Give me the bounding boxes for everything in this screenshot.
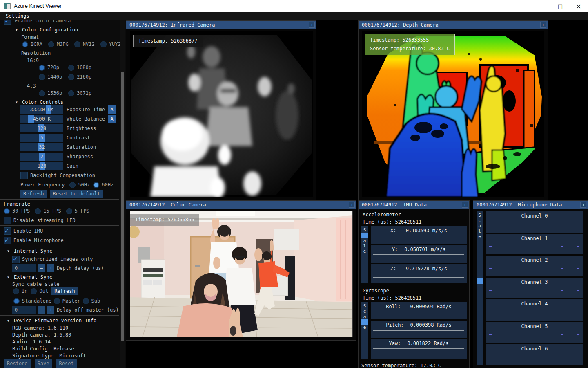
- depth-panel-header[interactable]: 000176714912: Depth Camera: [359, 21, 548, 29]
- expand-icon[interactable]: +: [462, 202, 468, 208]
- delay-minus-button[interactable]: –: [38, 306, 45, 314]
- res-169-row1: 720p 1080p: [39, 63, 97, 72]
- aspect-43-label: 4:3: [27, 82, 36, 90]
- infrared-panel-header[interactable]: 000176714912: Infrared Camera: [126, 21, 316, 29]
- contrast-slider[interactable]: 5: [20, 134, 63, 142]
- radio-out[interactable]: [31, 288, 37, 294]
- radio-15fps[interactable]: [35, 208, 41, 214]
- plot-axis: [373, 312, 464, 312]
- gyro-scale-slider[interactable]: Scale: [361, 302, 368, 359]
- delay-plus-button[interactable]: +: [47, 306, 54, 314]
- firmware-info-header[interactable]: Device Firmware Version Info: [7, 316, 96, 325]
- radio-2160p[interactable]: [68, 74, 74, 80]
- expand-icon[interactable]: +: [309, 22, 315, 28]
- settings-sidebar: Enable Color Camera Color Configuration …: [0, 20, 126, 368]
- backlight-compensation-row[interactable]: Backlight Compensation: [20, 171, 95, 180]
- enable-color-camera-checkbox[interactable]: [4, 20, 11, 25]
- expand-icon[interactable]: +: [580, 202, 586, 208]
- maximize-button[interactable]: □: [551, 0, 570, 12]
- radio-bgra[interactable]: [22, 41, 28, 47]
- close-button[interactable]: ×: [569, 0, 588, 12]
- sharpness-slider-row: 2 Sharpness: [20, 153, 93, 161]
- cable-state-row: In Out Refresh: [13, 287, 78, 295]
- enable-imu-checkbox[interactable]: [4, 227, 11, 235]
- reset-button[interactable]: Reset: [56, 359, 76, 368]
- radio-3072p[interactable]: [68, 90, 74, 96]
- sync-images-only-checkbox[interactable]: [12, 256, 20, 263]
- sharpness-slider[interactable]: 2: [20, 153, 63, 161]
- plot-axis: [373, 348, 464, 349]
- plot-axis: [373, 254, 464, 255]
- radio-720p[interactable]: [39, 65, 45, 71]
- channel-4-plot: Channel 4: [486, 299, 583, 321]
- depth-delay-minus-button[interactable]: –: [38, 264, 45, 272]
- divider: [0, 225, 119, 226]
- radio-5fps[interactable]: [66, 208, 72, 214]
- enable-color-camera-row[interactable]: Enable Color Camera: [4, 20, 71, 25]
- radio-mjpg[interactable]: [48, 41, 54, 47]
- white-balance-auto-button[interactable]: A: [108, 115, 116, 123]
- expand-icon[interactable]: +: [540, 22, 546, 28]
- enable-microphone-row[interactable]: Enable Microphone: [4, 236, 64, 245]
- mic-scale-handle[interactable]: [477, 278, 483, 284]
- color-controls-buttons: Refresh Reset to default: [20, 190, 103, 198]
- color-configuration-header[interactable]: Color Configuration: [16, 26, 78, 34]
- accelerometer-time: Time (us): 526428511: [363, 219, 422, 225]
- radio-yuy2[interactable]: [100, 41, 107, 47]
- radio-1080p[interactable]: [68, 65, 74, 71]
- imu-sensor-temp: Sensor temperature: 17.03 C: [361, 363, 441, 368]
- color-feed: Timestamp: 526366866: [130, 211, 353, 337]
- enable-imu-row[interactable]: Enable IMU: [4, 227, 43, 235]
- radio-30fps[interactable]: [4, 208, 10, 214]
- gain-slider[interactable]: 128: [20, 162, 63, 170]
- exposure-slider[interactable]: 33330 us: [20, 105, 63, 114]
- depth-delay-plus-button[interactable]: +: [47, 264, 54, 272]
- internal-sync-header[interactable]: Internal Sync: [7, 247, 52, 255]
- brightness-slider[interactable]: 128: [20, 124, 63, 132]
- enable-microphone-checkbox[interactable]: [4, 237, 11, 244]
- radio-standalone[interactable]: [13, 298, 20, 304]
- gyroscope-title: Gyroscope: [363, 288, 389, 294]
- microphone-panel-header[interactable]: 000176714912: Microphone Data: [473, 201, 588, 209]
- res-169-row2: 1440p 2160p: [39, 73, 97, 81]
- backlight-compensation-checkbox[interactable]: [20, 172, 28, 179]
- white-balance-slider[interactable]: 4500 K: [20, 115, 63, 123]
- imu-panel-header[interactable]: 000176714912: IMU Data: [359, 201, 469, 209]
- disable-led-row[interactable]: Disable streaming LED: [4, 216, 76, 224]
- reset-to-default-button[interactable]: Reset to default: [50, 190, 103, 198]
- gyro-scale-handle[interactable]: [361, 319, 368, 325]
- delay-off-master-row: 0 – + Delay off master (us): [12, 306, 119, 314]
- radio-in[interactable]: [13, 288, 19, 294]
- divider: [0, 315, 119, 316]
- delay-off-master-input[interactable]: 0: [12, 306, 36, 314]
- color-controls-header[interactable]: Color Controls: [16, 98, 63, 106]
- menu-settings[interactable]: Settings: [6, 13, 29, 19]
- radio-60hz[interactable]: [93, 182, 99, 188]
- sync-refresh-button[interactable]: Refresh: [51, 287, 78, 295]
- accel-scale-handle[interactable]: [361, 233, 368, 238]
- plot-axis: [373, 330, 464, 331]
- restore-button[interactable]: Restore: [4, 359, 31, 368]
- radio-nv12[interactable]: [74, 41, 80, 47]
- radio-1440p[interactable]: [39, 74, 45, 80]
- disable-led-checkbox[interactable]: [4, 217, 11, 224]
- saturation-slider[interactable]: 32: [20, 143, 63, 151]
- mic-scale-slider[interactable]: Scale: [477, 211, 483, 365]
- exposure-auto-button[interactable]: A: [108, 105, 116, 114]
- gyroscope-time: Time (us): 526428511: [363, 295, 422, 301]
- save-button[interactable]: Save: [35, 359, 52, 368]
- expand-icon[interactable]: +: [349, 202, 355, 208]
- radio-master[interactable]: [54, 298, 60, 304]
- sync-images-only-row[interactable]: Synchronized images only: [12, 255, 93, 263]
- menu-bar: Settings: [0, 12, 588, 20]
- depth-delay-input[interactable]: 0: [12, 264, 36, 272]
- refresh-button[interactable]: Refresh: [20, 190, 47, 198]
- channel-0-plot: Channel 0: [486, 211, 583, 233]
- radio-1536p[interactable]: [39, 90, 45, 96]
- radio-sub[interactable]: [83, 298, 89, 304]
- minimize-button[interactable]: –: [532, 0, 551, 12]
- radio-50hz[interactable]: [69, 182, 76, 188]
- scrollbar-thumb[interactable]: [121, 72, 124, 341]
- sidebar-scrollbar[interactable]: [120, 20, 125, 368]
- color-panel-header[interactable]: 000176714912: Color Camera: [126, 201, 356, 209]
